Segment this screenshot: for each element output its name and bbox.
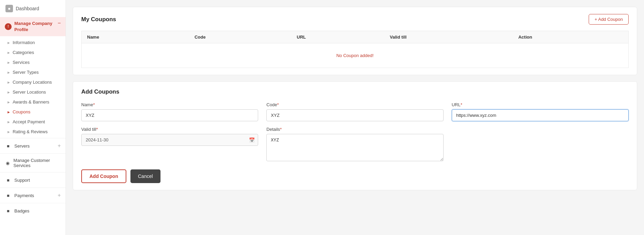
date-input-wrapper: 📅 xyxy=(81,134,258,146)
col-url: URL xyxy=(291,31,384,43)
dashboard-icon: ■ xyxy=(5,5,13,12)
col-valid-till: Valid till xyxy=(384,31,513,43)
coupons-table: Name Code URL Valid till Action No Coupo… xyxy=(81,31,629,68)
sidebar-sub-items: ► Information ► Categories ► Services ► … xyxy=(0,36,66,138)
sidebar-item-label: Server Types xyxy=(13,70,39,75)
chevron-icon: ► xyxy=(7,110,11,114)
add-coupons-card: Add Coupons Name* Code* URL* xyxy=(73,81,637,190)
sidebar-item-coupons[interactable]: ► Coupons xyxy=(0,107,66,117)
sidebar-group-payments: ■ Payments + xyxy=(0,188,66,203)
url-label: URL* xyxy=(452,102,629,107)
form-group-url: URL* xyxy=(452,102,629,121)
support-label: Support xyxy=(14,178,30,183)
chevron-icon: ► xyxy=(7,41,11,45)
payments-icon: ■ xyxy=(5,192,12,199)
name-label: Name* xyxy=(81,102,258,107)
form-group-code: Code* xyxy=(266,102,443,121)
my-coupons-title: My Coupons xyxy=(81,16,116,23)
sidebar-item-awards-banners[interactable]: ► Awards & Banners xyxy=(0,97,66,107)
sidebar-item-server-types[interactable]: ► Server Types xyxy=(0,67,66,77)
my-coupons-header: My Coupons + Add Coupon xyxy=(81,14,629,25)
sidebar-payments-header[interactable]: ■ Payments + xyxy=(0,188,66,203)
sidebar: ■ Dashboard ! Manage Company Profile − ►… xyxy=(0,0,66,235)
sidebar-badges-header[interactable]: ■ Badges xyxy=(0,203,66,218)
add-coupons-form-grid: Name* Code* URL* Valid xyxy=(81,102,629,161)
badges-icon: ■ xyxy=(5,207,12,214)
my-coupons-card: My Coupons + Add Coupon Name Code URL Va… xyxy=(73,7,637,75)
empty-message: No Coupon added! xyxy=(82,43,629,68)
form-group-details: Details* XYZ xyxy=(266,127,443,161)
support-icon: ■ xyxy=(5,177,12,183)
col-name: Name xyxy=(82,31,189,43)
col-action: Action xyxy=(513,31,629,43)
form-actions: Add Coupon Cancel xyxy=(81,169,629,183)
sidebar-group-manage-customer: ◉ Manage Customer Services xyxy=(0,153,66,172)
sidebar-item-label: Rating & Reviews xyxy=(13,129,48,134)
chevron-icon: ► xyxy=(7,120,11,124)
add-coupon-submit-button[interactable]: Add Coupon xyxy=(81,169,126,183)
sidebar-item-information[interactable]: ► Information xyxy=(0,38,66,47)
table-header: Name Code URL Valid till Action xyxy=(82,31,629,43)
sidebar-item-label: Services xyxy=(13,60,30,65)
table-body: No Coupon added! xyxy=(82,43,629,68)
valid-till-label: Valid till* xyxy=(81,127,258,132)
chevron-icon: ► xyxy=(7,80,11,84)
sidebar-manage-customer-header[interactable]: ◉ Manage Customer Services xyxy=(0,154,66,172)
manage-company-icon: ! xyxy=(5,23,12,30)
sidebar-item-label: Awards & Banners xyxy=(13,99,49,105)
url-input[interactable] xyxy=(452,109,629,121)
sidebar-group-support: ■ Support xyxy=(0,172,66,188)
sidebar-group-badges: ■ Badges xyxy=(0,203,66,218)
sidebar-servers-header[interactable]: ■ Servers + xyxy=(0,138,66,153)
sidebar-item-categories[interactable]: ► Categories xyxy=(0,47,66,57)
sidebar-support-header[interactable]: ■ Support xyxy=(0,172,66,188)
details-label: Details* xyxy=(266,127,443,132)
sidebar-item-label: Company Locations xyxy=(13,80,52,85)
valid-till-input[interactable] xyxy=(81,134,258,146)
chevron-icon: ► xyxy=(7,90,11,94)
servers-icon: ■ xyxy=(5,142,12,149)
expand-payments-icon: + xyxy=(58,192,61,198)
servers-label: Servers xyxy=(14,143,30,149)
sidebar-item-label: Categories xyxy=(13,50,34,55)
form-group-valid-till: Valid till* 📅 xyxy=(81,127,258,161)
sidebar-item-company-locations[interactable]: ► Company Locations xyxy=(0,77,66,87)
sidebar-item-services[interactable]: ► Services xyxy=(0,57,66,67)
badges-label: Badges xyxy=(14,208,29,213)
table-row: No Coupon added! xyxy=(82,43,629,68)
add-coupons-title: Add Coupons xyxy=(81,88,629,95)
collapse-icon: − xyxy=(58,20,61,26)
name-input[interactable] xyxy=(81,109,258,121)
sidebar-group-servers: ■ Servers + xyxy=(0,138,66,153)
sidebar-item-accept-payment[interactable]: ► Accept Payment xyxy=(0,117,66,127)
sidebar-item-label: Accept Payment xyxy=(13,119,45,124)
sidebar-item-label: Coupons xyxy=(13,109,30,114)
sidebar-item-label: Server Locations xyxy=(13,89,46,95)
manage-company-profile-label: Manage Company Profile xyxy=(14,20,58,33)
payments-label: Payments xyxy=(14,193,34,198)
sidebar-manage-company-profile[interactable]: ! Manage Company Profile − xyxy=(0,17,66,36)
chevron-icon: ► xyxy=(7,51,11,55)
sidebar-item-server-locations[interactable]: ► Server Locations xyxy=(0,87,66,97)
add-coupon-header-button[interactable]: + Add Coupon xyxy=(589,14,629,25)
chevron-icon: ► xyxy=(7,130,11,134)
sidebar-item-label: Information xyxy=(13,40,35,45)
sidebar-item-rating-reviews[interactable]: ► Rating & Reviews xyxy=(0,127,66,137)
dashboard-label: Dashboard xyxy=(16,6,39,11)
cancel-button[interactable]: Cancel xyxy=(130,169,160,183)
chevron-icon: ► xyxy=(7,60,11,65)
details-textarea[interactable]: XYZ xyxy=(266,134,443,161)
manage-customer-icon: ◉ xyxy=(5,160,11,166)
chevron-icon: ► xyxy=(7,70,11,74)
form-group-name: Name* xyxy=(81,102,258,121)
sidebar-dashboard[interactable]: ■ Dashboard xyxy=(0,0,66,17)
manage-customer-label: Manage Customer Services xyxy=(13,158,61,168)
code-input[interactable] xyxy=(266,109,443,121)
expand-icon: + xyxy=(58,143,61,149)
main-content: My Coupons + Add Coupon Name Code URL Va… xyxy=(66,0,644,235)
code-label: Code* xyxy=(266,102,443,107)
chevron-icon: ► xyxy=(7,100,11,104)
col-code: Code xyxy=(189,31,291,43)
